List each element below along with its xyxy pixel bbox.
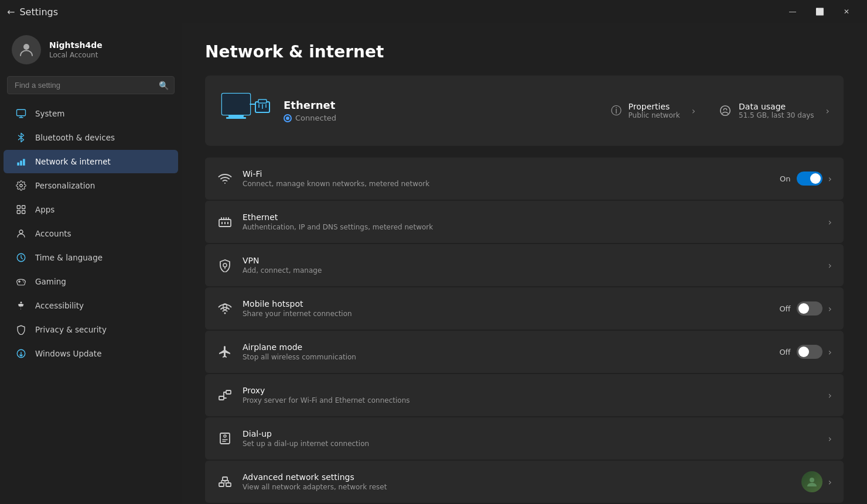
properties-info: Properties Public network bbox=[629, 102, 680, 119]
dialup-desc: Set up a dial-up internet connection bbox=[243, 440, 819, 448]
hotspot-title: Mobile hotspot bbox=[243, 299, 770, 308]
svg-rect-18 bbox=[228, 115, 244, 117]
sidebar-item-personalization-label: Personalization bbox=[35, 181, 95, 190]
update-icon bbox=[15, 348, 27, 359]
user-info: Nightsh4de Local Account bbox=[49, 40, 172, 59]
data-usage-info: Data usage 51.5 GB, last 30 days bbox=[739, 102, 814, 119]
wifi-toggle[interactable] bbox=[797, 172, 822, 186]
wifi-text: Wi-Fi Connect, manage known networks, me… bbox=[243, 169, 770, 188]
dialup-right: › bbox=[828, 433, 832, 444]
airplane-toggle[interactable] bbox=[797, 345, 822, 359]
maximize-button[interactable]: ⬜ bbox=[806, 0, 833, 23]
proxy-text: Proxy Proxy server for Wi-Fi and Etherne… bbox=[243, 386, 819, 404]
svg-rect-19 bbox=[226, 117, 246, 119]
privacy-icon bbox=[15, 324, 27, 335]
properties-label: Properties bbox=[629, 102, 680, 111]
airplane-toggle-thumb bbox=[798, 347, 809, 357]
sidebar-item-update-label: Windows Update bbox=[35, 349, 101, 358]
sidebar: Nightsh4de Local Account 🔍 System bbox=[0, 23, 182, 504]
settings-item-hotspot[interactable]: Mobile hotspot Share your internet conne… bbox=[205, 287, 844, 330]
sidebar-item-network[interactable]: Network & internet bbox=[4, 150, 178, 173]
sidebar-item-personalization[interactable]: Personalization bbox=[4, 174, 178, 197]
search-input[interactable] bbox=[7, 76, 175, 94]
svg-rect-21 bbox=[258, 100, 267, 103]
svg-rect-39 bbox=[223, 477, 227, 481]
sidebar-item-gaming[interactable]: Gaming bbox=[4, 270, 178, 293]
apps-icon bbox=[15, 204, 27, 215]
svg-rect-40 bbox=[226, 483, 231, 486]
airplane-right: Off › bbox=[779, 345, 832, 359]
gaming-icon bbox=[15, 276, 27, 287]
data-usage-icon bbox=[719, 104, 732, 117]
properties-item[interactable]: ⓘ Properties Public network › bbox=[611, 102, 695, 119]
ethernet-right: › bbox=[828, 217, 832, 228]
info-icon: ⓘ bbox=[611, 104, 622, 118]
sidebar-item-bluetooth-label: Bluetooth & devices bbox=[35, 133, 115, 142]
sidebar-item-accounts[interactable]: Accounts bbox=[4, 222, 178, 245]
sidebar-item-time[interactable]: Time & language bbox=[4, 246, 178, 269]
page-title: Network & internet bbox=[205, 42, 844, 61]
dialup-icon bbox=[217, 430, 233, 447]
user-profile[interactable]: Nightsh4de Local Account bbox=[0, 23, 182, 74]
svg-point-14 bbox=[21, 301, 22, 303]
status-dot-inner bbox=[286, 116, 289, 120]
hotspot-toggle-label: Off bbox=[779, 304, 790, 313]
sidebar-item-update[interactable]: Windows Update bbox=[4, 342, 178, 365]
svg-rect-29 bbox=[224, 222, 226, 224]
advanced-title: Advanced network settings bbox=[243, 472, 792, 482]
close-button[interactable]: ✕ bbox=[833, 0, 860, 23]
svg-point-10 bbox=[19, 230, 23, 234]
data-usage-sub: 51.5 GB, last 30 days bbox=[739, 111, 814, 119]
hotspot-right: Off › bbox=[779, 301, 832, 316]
sidebar-item-network-label: Network & internet bbox=[35, 157, 111, 166]
settings-item-vpn[interactable]: VPN Add, connect, manage › bbox=[205, 244, 844, 286]
settings-item-proxy[interactable]: Proxy Proxy server for Wi-Fi and Etherne… bbox=[205, 374, 844, 416]
svg-point-37 bbox=[224, 435, 226, 437]
window-controls: — ⬜ ✕ bbox=[779, 0, 860, 23]
proxy-icon bbox=[217, 387, 233, 403]
sidebar-item-time-label: Time & language bbox=[35, 253, 103, 262]
ethernet-item-title: Ethernet bbox=[243, 212, 819, 222]
user-type: Local Account bbox=[49, 51, 172, 59]
sidebar-item-accessibility[interactable]: Accessibility bbox=[4, 294, 178, 317]
hotspot-toggle[interactable] bbox=[797, 301, 822, 316]
airplane-text: Airplane mode Stop all wireless communic… bbox=[243, 342, 770, 361]
data-usage-item[interactable]: Data usage 51.5 GB, last 30 days › bbox=[719, 102, 830, 119]
svg-point-12 bbox=[22, 280, 23, 282]
svg-rect-35 bbox=[226, 390, 231, 394]
airplane-title: Airplane mode bbox=[243, 342, 770, 352]
svg-rect-4 bbox=[23, 159, 25, 166]
settings-item-ethernet[interactable]: Ethernet Authentication, IP and DNS sett… bbox=[205, 201, 844, 243]
accessibility-icon bbox=[15, 300, 27, 311]
svg-point-31 bbox=[223, 263, 227, 267]
advanced-chevron: › bbox=[828, 476, 832, 488]
svg-rect-9 bbox=[22, 211, 25, 214]
svg-rect-3 bbox=[20, 161, 22, 166]
sidebar-item-system[interactable]: System bbox=[4, 102, 178, 125]
ethernet-icon bbox=[217, 214, 233, 230]
settings-item-dialup[interactable]: Dial-up Set up a dial-up internet connec… bbox=[205, 417, 844, 460]
sidebar-item-privacy[interactable]: Privacy & security bbox=[4, 318, 178, 341]
titlebar: ← Settings — ⬜ ✕ bbox=[0, 0, 867, 23]
ethernet-hero-card[interactable]: Ethernet Connected ⓘ Properties Public n… bbox=[205, 76, 844, 146]
dialup-title: Dial-up bbox=[243, 429, 819, 438]
ethernet-status-text: Connected bbox=[295, 114, 336, 122]
settings-item-airplane[interactable]: Airplane mode Stop all wireless communic… bbox=[205, 331, 844, 373]
user-name: Nightsh4de bbox=[49, 40, 172, 50]
svg-point-41 bbox=[810, 478, 814, 482]
back-icon[interactable]: ← bbox=[7, 6, 15, 18]
airplane-toggle-label: Off bbox=[779, 348, 790, 356]
settings-item-wifi[interactable]: Wi-Fi Connect, manage known networks, me… bbox=[205, 157, 844, 200]
svg-point-25 bbox=[721, 106, 731, 116]
wifi-toggle-label: On bbox=[780, 174, 790, 183]
ethernet-text: Ethernet Authentication, IP and DNS sett… bbox=[243, 212, 819, 231]
settings-item-advanced[interactable]: Advanced network settings View all netwo… bbox=[205, 461, 844, 503]
svg-point-32 bbox=[224, 313, 226, 314]
personalization-icon bbox=[15, 180, 27, 191]
sidebar-item-apps[interactable]: Apps bbox=[4, 198, 178, 221]
sidebar-item-privacy-label: Privacy & security bbox=[35, 325, 107, 334]
vpn-right: › bbox=[828, 260, 832, 271]
minimize-button[interactable]: — bbox=[779, 0, 806, 23]
sidebar-item-bluetooth[interactable]: Bluetooth & devices bbox=[4, 126, 178, 149]
main-content: Network & internet bbox=[182, 23, 867, 504]
